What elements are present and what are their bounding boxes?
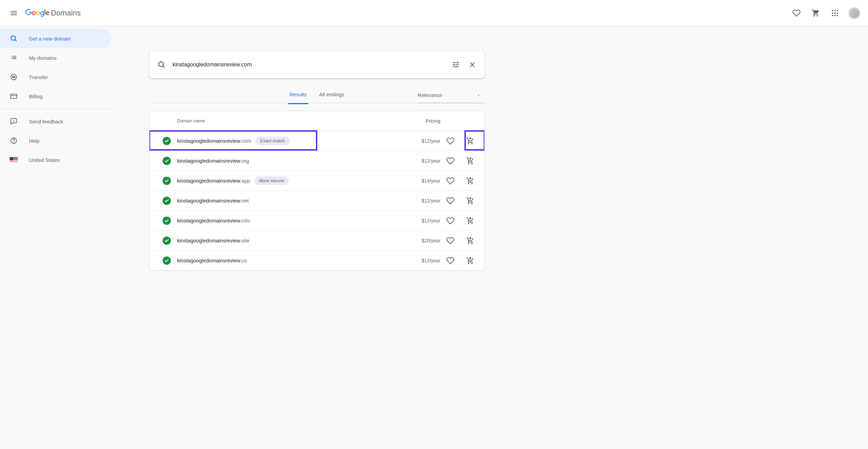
us-flag-icon <box>10 157 18 163</box>
account-avatar[interactable] <box>849 8 860 19</box>
tab-results[interactable]: Results <box>283 91 313 103</box>
svg-point-9 <box>11 36 15 40</box>
column-pricing: Pricing <box>409 118 440 124</box>
tune-icon <box>452 61 460 69</box>
favorite-button[interactable] <box>443 254 457 267</box>
add-to-cart-button[interactable] <box>463 154 477 168</box>
domain-name-text: kinstagoogledomainsreview.net <box>177 198 249 204</box>
svg-point-17 <box>14 142 14 142</box>
domain-search-bar <box>149 51 485 78</box>
hamburger-icon <box>10 9 18 17</box>
favorite-button[interactable] <box>443 154 457 168</box>
svg-point-4 <box>834 12 836 14</box>
favorite-button[interactable] <box>443 134 457 148</box>
cart-icon <box>812 9 820 17</box>
results-controls: Results All endings Relevance <box>149 92 485 103</box>
list-icon <box>10 54 18 62</box>
domain-search-input[interactable] <box>173 62 448 68</box>
domain-name-text: kinstagoogledomainsreview.org <box>177 158 249 164</box>
favorite-button[interactable] <box>443 194 457 208</box>
heart-icon <box>792 9 801 17</box>
table-row[interactable]: kinstagoogledomainsreview.com Exact matc… <box>150 131 484 151</box>
search-icon <box>153 56 170 73</box>
table-row[interactable]: kinstagoogledomainsreview.net $12/year <box>150 191 484 211</box>
domain-price: $20/year <box>409 238 440 243</box>
add-to-cart-button[interactable] <box>463 134 477 148</box>
availability-status <box>156 197 177 205</box>
cart-button[interactable] <box>807 5 824 21</box>
sidebar-item-feedback[interactable]: Send feedback <box>0 112 111 131</box>
feedback-icon <box>10 118 18 125</box>
column-domain-name: Domain name <box>177 118 409 123</box>
results-tabs: Results All endings <box>283 91 350 103</box>
table-row[interactable]: kinstagoogledomainsreview.us $12/year <box>150 251 484 271</box>
clear-search-button[interactable] <box>464 56 481 73</box>
sidebar-item-region[interactable]: United States <box>0 150 111 169</box>
table-header: Domain name Pricing <box>150 111 484 131</box>
availability-status <box>156 157 177 165</box>
transfer-icon <box>10 73 18 81</box>
add-to-cart-button[interactable] <box>463 214 477 228</box>
availability-status <box>156 256 177 265</box>
favorite-button[interactable] <box>443 174 457 188</box>
sidebar-item-transfer[interactable]: Transfer <box>0 67 111 87</box>
availability-status <box>156 177 177 185</box>
apps-grid-icon <box>831 9 839 17</box>
sidebar-item-my-domains[interactable]: My domains <box>0 48 111 67</box>
svg-line-10 <box>15 40 17 41</box>
add-to-cart-button[interactable] <box>463 254 477 267</box>
add-to-cart-button[interactable] <box>463 194 477 208</box>
domain-name-text: kinstagoogledomainsreview.info <box>177 218 250 223</box>
check-icon <box>163 217 171 225</box>
filter-button[interactable] <box>448 56 464 73</box>
sidebar-item-label: United States <box>29 157 60 163</box>
domain-price: $14/year <box>409 178 440 184</box>
table-row[interactable]: kinstagoogledomainsreview.app More secur… <box>150 171 484 191</box>
google-logo-icon <box>25 9 50 17</box>
domain-badge: More secure <box>254 176 289 185</box>
sidebar-item-billing[interactable]: Billing <box>0 87 111 106</box>
favorite-button[interactable] <box>443 234 457 248</box>
main-content: Results All endings Relevance Domain nam… <box>111 26 868 449</box>
sidebar-item-help[interactable]: Help <box>0 131 111 150</box>
results-table: Domain name Pricing kinstagoogledomainsr… <box>149 111 485 271</box>
svg-point-0 <box>832 10 833 11</box>
hamburger-menu-button[interactable] <box>6 5 22 21</box>
sidebar-item-label: Transfer <box>29 74 48 80</box>
app-header: Domains <box>0 0 868 26</box>
add-to-cart-button[interactable] <box>463 174 477 188</box>
sidebar-item-label: Help <box>29 138 40 144</box>
svg-rect-12 <box>11 94 17 99</box>
domain-name-text: kinstagoogledomainsreview.site <box>177 238 250 243</box>
svg-point-5 <box>837 12 838 14</box>
sort-label: Relevance <box>418 92 442 98</box>
svg-point-1 <box>834 10 836 11</box>
availability-status <box>156 237 177 245</box>
search-icon <box>10 35 18 42</box>
dropdown-arrow-icon <box>476 93 481 97</box>
table-row[interactable]: kinstagoogledomainsreview.site $20/year <box>150 231 484 251</box>
sort-dropdown[interactable]: Relevance <box>418 92 485 103</box>
table-row[interactable]: kinstagoogledomainsreview.info $12/year <box>150 211 484 231</box>
tab-all-endings[interactable]: All endings <box>313 91 350 103</box>
availability-status <box>156 137 177 145</box>
sidebar-item-get-domain[interactable]: Get a new domain <box>0 29 111 48</box>
domain-name-text: kinstagoogledomainsreview.us <box>177 258 247 263</box>
domain-price: $12/year <box>409 198 440 204</box>
check-icon <box>163 197 171 205</box>
add-to-cart-button[interactable] <box>463 234 477 248</box>
check-icon <box>163 256 171 265</box>
sidebar-item-label: Billing <box>29 94 43 99</box>
domain-name-text: kinstagoogledomainsreview.app <box>177 178 250 184</box>
google-domains-logo[interactable]: Domains <box>25 9 81 18</box>
domain-price: $12/year <box>409 258 440 263</box>
svg-point-3 <box>832 12 833 14</box>
favorites-button[interactable] <box>788 5 805 21</box>
apps-button[interactable] <box>827 5 843 21</box>
availability-status <box>156 217 177 225</box>
favorite-button[interactable] <box>443 214 457 228</box>
check-icon <box>163 237 171 245</box>
logo-product-name: Domains <box>51 9 81 18</box>
table-row[interactable]: kinstagoogledomainsreview.org $12/year <box>150 151 484 171</box>
check-icon <box>163 157 171 165</box>
